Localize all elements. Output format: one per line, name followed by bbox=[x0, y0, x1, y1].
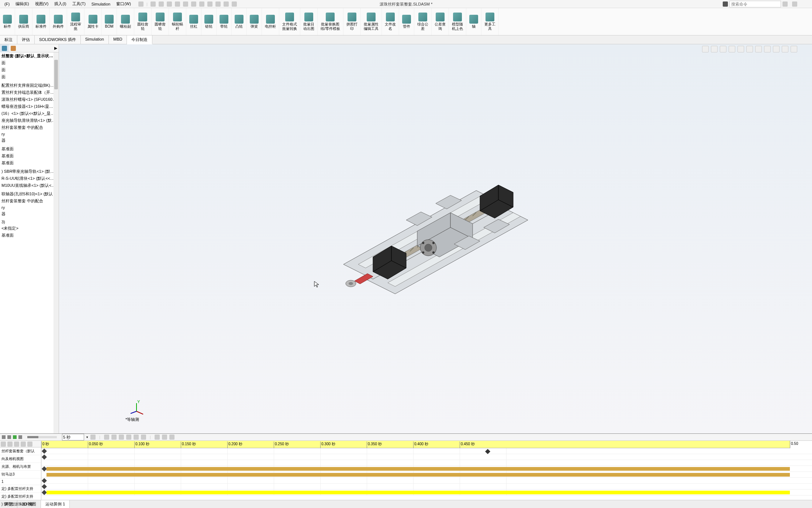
zoom-fit-icon[interactable] bbox=[702, 46, 709, 52]
tree-item[interactable]: 丝杆套装整套 中的配合 bbox=[0, 124, 59, 131]
motion-tree[interactable]: 丝杆套装整套（默认向及相机视图光源、相机与布景转马达31定) 多配置丝杆支持定)… bbox=[0, 441, 41, 508]
graphics-viewport[interactable]: Y *等轴测 bbox=[59, 44, 812, 433]
tree-item[interactable]: M10UU直线轴承<1> (默认<<默认> bbox=[0, 182, 59, 189]
ribbon-15[interactable]: 弹簧 bbox=[247, 8, 262, 35]
motion-contact-icon[interactable] bbox=[134, 435, 139, 440]
tab-SOLIDWORKS 插件[interactable]: SOLIDWORKS 插件 bbox=[35, 35, 81, 44]
timeline-row[interactable] bbox=[41, 460, 812, 466]
config-tab[interactable] bbox=[9, 44, 18, 52]
tab-今日制造[interactable]: 今日制造 bbox=[127, 35, 152, 44]
tree-item[interactable]: (16）<1> (默认<<默认>_显示状态 bbox=[0, 110, 59, 117]
motion-tree-tool-icon[interactable] bbox=[14, 442, 19, 447]
motion-play-icon[interactable] bbox=[13, 435, 17, 439]
previous-view-icon[interactable] bbox=[720, 46, 726, 52]
scene-icon[interactable] bbox=[773, 46, 780, 52]
print-icon[interactable] bbox=[183, 1, 188, 7]
tab-MBD[interactable]: MBD bbox=[109, 35, 127, 44]
tree-item[interactable]: 配置丝杆支撑座固定端(BK)总装配< bbox=[0, 82, 59, 89]
command-search-input[interactable] bbox=[729, 1, 781, 7]
tree-item[interactable]: <未指定> bbox=[0, 225, 59, 232]
ribbon-2[interactable]: 标准件 bbox=[32, 8, 50, 35]
menu-insert[interactable]: 插入(I) bbox=[51, 0, 69, 7]
view-settings-icon[interactable] bbox=[782, 46, 788, 52]
menu-simulation[interactable]: Simulation bbox=[89, 1, 113, 7]
tree-item[interactable]: 面 bbox=[0, 73, 59, 80]
tree-item[interactable]: 座光轴导轨滑块滑轨<1> (默认<默 bbox=[0, 117, 59, 124]
collapse-sidebar-icon[interactable]: ▶ bbox=[54, 46, 57, 51]
ribbon-12[interactable]: 链轮 bbox=[201, 8, 217, 35]
ribbon-8[interactable]: 圆柱齿 轮 bbox=[134, 8, 152, 35]
timeline-row[interactable] bbox=[41, 490, 812, 495]
motion-tree-item[interactable]: 向及相机视图 bbox=[0, 455, 41, 463]
keyframe-icon[interactable] bbox=[42, 490, 47, 495]
menu-file[interactable]: (F) bbox=[1, 1, 13, 7]
motion-gravity-icon[interactable] bbox=[141, 435, 146, 440]
hide-show-icon[interactable] bbox=[755, 46, 762, 52]
tree-item[interactable]: R-S-UU铝滑块<1> (默认<<默认> bbox=[0, 175, 59, 182]
motion-track-bar[interactable] bbox=[46, 467, 790, 471]
keyframe-icon[interactable] bbox=[42, 484, 47, 489]
tree-item[interactable]: 面 bbox=[0, 66, 59, 73]
motion-tree-item[interactable]: 1 bbox=[0, 478, 41, 485]
display-style-icon[interactable] bbox=[746, 46, 753, 52]
tree-item[interactable]: 基准面 bbox=[0, 152, 59, 159]
menu-view[interactable]: 视图(V) bbox=[32, 0, 52, 7]
bottom-tab-0[interactable]: 类型 bbox=[0, 500, 17, 508]
keyframe-icon[interactable] bbox=[42, 466, 47, 471]
ribbon-1[interactable]: 供应商 bbox=[15, 8, 32, 35]
timeline-row[interactable] bbox=[41, 454, 812, 460]
view-orientation-icon[interactable] bbox=[737, 46, 744, 52]
motion-tree-tool-icon[interactable] bbox=[7, 442, 13, 447]
keyframe-icon[interactable] bbox=[42, 454, 47, 460]
user-icon[interactable] bbox=[792, 1, 797, 7]
tree-item[interactable]: 器 bbox=[0, 210, 59, 217]
tree-item[interactable]: 滚珠丝杆螺母<1> (SFU01605-4< bbox=[0, 96, 59, 103]
settings-icon[interactable] bbox=[232, 1, 237, 7]
feature-tree[interactable]: 丝整套 (默认<默认_显示状态-1>) 面面面配置丝杆支撑座固定端(BK)总装配… bbox=[0, 52, 59, 433]
tree-root[interactable]: 丝整套 (默认<默认_显示状态-1>) bbox=[0, 52, 59, 59]
redo-icon[interactable] bbox=[199, 1, 204, 7]
ribbon-14[interactable]: 凸轮 bbox=[232, 8, 247, 35]
tree-item[interactable]: 丝杆套装整套 中的配合 bbox=[0, 198, 59, 205]
new-icon[interactable] bbox=[159, 1, 164, 7]
ribbon-24[interactable]: 综合公 差 bbox=[414, 8, 432, 35]
tree-item[interactable]: 器 bbox=[0, 137, 59, 144]
time-ruler[interactable]: 0 秒0.050 秒0.100 秒0.150 秒0.200 秒0.250 秒0.… bbox=[41, 441, 812, 448]
tree-item[interactable]: 联轴器(孔径5和10)<1> (默认<<默 bbox=[0, 190, 59, 198]
timeline-row[interactable] bbox=[41, 484, 812, 490]
save-icon[interactable] bbox=[175, 1, 180, 7]
timeline[interactable]: 0 秒0.050 秒0.100 秒0.150 秒0.200 秒0.250 秒0.… bbox=[41, 441, 812, 508]
section-view-icon[interactable] bbox=[729, 46, 735, 52]
ribbon-5[interactable]: 属性卡 bbox=[84, 8, 102, 35]
ribbon-3[interactable]: 外购件 bbox=[50, 8, 67, 35]
ribbon-0[interactable]: 标件 bbox=[0, 8, 15, 35]
help-icon[interactable] bbox=[138, 1, 144, 7]
motion-tree-item[interactable]: 光源、相机与布景 bbox=[0, 463, 41, 471]
tree-item[interactable]: 基准面 bbox=[0, 145, 59, 152]
motion-force-icon[interactable] bbox=[126, 435, 131, 440]
ribbon-4[interactable]: 流程审 批 bbox=[67, 8, 84, 35]
open-icon[interactable] bbox=[167, 1, 172, 7]
feature-tree-tab[interactable] bbox=[0, 44, 9, 52]
ribbon-22[interactable]: 文件改 名 bbox=[382, 8, 399, 35]
ribbon-7[interactable]: 螺栓副 bbox=[117, 8, 134, 35]
ribbon-27[interactable]: 轴 bbox=[466, 8, 481, 35]
motion-play-start-icon[interactable] bbox=[7, 435, 11, 439]
motion-track-bar[interactable] bbox=[46, 491, 790, 494]
time-input[interactable] bbox=[62, 434, 84, 440]
motion-tree-item[interactable]: 定) 多配置丝杆支持 bbox=[0, 485, 41, 493]
motion-calc-icon[interactable] bbox=[2, 435, 6, 439]
menu-window[interactable]: 窗口(W) bbox=[113, 0, 134, 7]
timeline-row[interactable] bbox=[41, 478, 812, 484]
ribbon-11[interactable]: 丝杠 bbox=[186, 8, 201, 35]
ribbon-17[interactable]: 文件格式 批量转换 bbox=[279, 8, 300, 35]
motion-result-icon[interactable] bbox=[155, 435, 160, 440]
tree-item[interactable]: ) SBR带座光轴导轨<1> (默认<<默 bbox=[0, 168, 59, 175]
ribbon-26[interactable]: 模型随 机上色 bbox=[449, 8, 466, 35]
ribbon-16[interactable]: 电控柜 bbox=[262, 8, 279, 35]
motion-track-bar[interactable] bbox=[46, 473, 790, 477]
home-icon[interactable] bbox=[151, 1, 156, 7]
motion-settings-icon[interactable] bbox=[169, 435, 175, 440]
ribbon-6[interactable]: BOM bbox=[102, 8, 117, 35]
options-icon[interactable] bbox=[224, 1, 229, 7]
